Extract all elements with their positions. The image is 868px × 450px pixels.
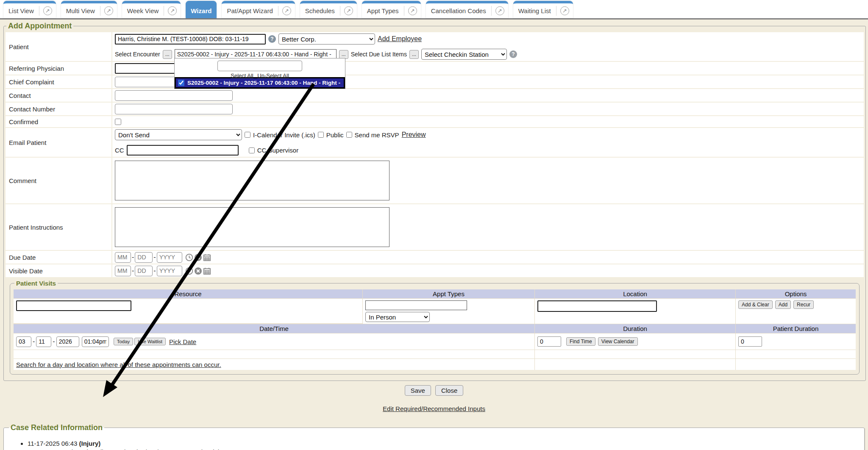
encounter-option-checkbox[interactable] [178,80,184,86]
tab-multi-view[interactable]: Multi View ↗ [61,1,117,18]
encounter-more-button[interactable]: ... [339,50,348,59]
patient-duration-input[interactable] [738,336,762,347]
contact-input[interactable] [115,90,233,101]
preview-link[interactable]: Preview [402,131,426,139]
duration-input[interactable] [537,336,561,347]
comment-textarea[interactable] [115,161,389,200]
case-related-info-section: Case Related Information 11-17-2025 06:4… [3,423,865,450]
contact-row: Contact [6,89,864,102]
tab-bar: List View ↗ Multi View ↗ Week View ↗ Wiz… [0,0,868,19]
patient-instructions-textarea[interactable] [115,207,389,247]
encounter-option-selected[interactable]: S2025-0002 - Injury - 2025-11-17 06:43:0… [175,77,345,89]
rsvp-label: Send me RSVP [355,131,399,139]
tab-wizard[interactable]: Wizard [186,1,217,18]
due-list-more-button[interactable]: ... [409,50,419,59]
tab-cancellation-codes[interactable]: Cancellation Codes ↗ [426,1,508,18]
checkin-help-icon[interactable]: ? [509,50,517,58]
open-new-window-icon[interactable]: ↗ [556,3,573,18]
appt-mode-select[interactable]: In Person [365,312,430,322]
unselect-all-link[interactable]: Un-Select All [257,72,289,79]
tab-schedules[interactable]: Schedules ↗ [300,1,357,18]
tab-waiting-list[interactable]: Waiting List ↗ [513,1,573,18]
add-button[interactable]: Add [775,300,791,309]
clear-date-icon[interactable] [194,253,202,261]
case-entry-type: (Injury) [79,440,101,447]
ical-invite-checkbox[interactable] [245,132,250,138]
edit-required-inputs-link[interactable]: Edit Required/Recommended Inputs [383,405,485,412]
view-calendar-button[interactable]: View Calendar [598,337,638,346]
visible-date-dd-input[interactable] [135,266,153,276]
section-title: Add Appointment [6,22,73,31]
encounter-filter-input[interactable] [217,61,302,71]
visit-day-input[interactable] [36,336,51,347]
resource-input[interactable] [16,300,131,311]
email-patient-row: Email Patient Don't Send I-Calendar Invi… [6,128,864,157]
open-new-window-icon[interactable]: ↗ [278,3,295,18]
add-employee-link[interactable]: Add Employee [378,35,422,43]
clock-icon[interactable] [185,253,193,261]
tab-list-view[interactable]: List View ↗ [3,1,56,18]
patient-label: Patient [6,32,111,61]
options-header: Options [736,289,856,298]
due-date-yyyy-input[interactable] [157,252,182,263]
cc-supervisor-checkbox[interactable] [249,147,255,153]
case-detail-item: Narrative Injury Illness: Abrasion/Cut/P… [54,448,860,450]
due-date-dd-input[interactable] [135,252,153,263]
use-waitlist-button[interactable]: Use Waitlist [134,338,166,345]
due-date-mm-input[interactable] [115,252,131,263]
select-all-link[interactable]: Select All [231,72,253,79]
resource-header: Resource [14,289,362,298]
clear-date-icon[interactable] [194,267,202,275]
location-input[interactable] [537,300,657,312]
patient-search-input[interactable] [115,34,266,44]
comment-label: Comment [6,158,111,203]
calendar-icon[interactable] [203,253,211,261]
email-send-select[interactable]: Don't Send [115,129,242,140]
close-button[interactable]: Close [435,385,463,396]
open-new-window-icon[interactable]: ↗ [404,3,421,18]
calendar-icon[interactable] [203,267,211,275]
visible-date-mm-input[interactable] [115,266,131,276]
open-new-window-icon[interactable]: ↗ [39,3,56,18]
recur-button[interactable]: Recur [793,300,814,309]
tab-week-view[interactable]: Week View ↗ [122,1,181,18]
checkin-station-select[interactable]: Select Checkin Station [421,49,507,60]
visit-time-input[interactable] [82,336,109,347]
comment-row: Comment [6,158,864,203]
date-separator: - [132,267,134,275]
tab-appt-types[interactable]: Appt Types ↗ [362,1,421,18]
contact-number-input[interactable] [115,104,233,114]
today-button[interactable]: Today [114,338,134,345]
visit-year-input[interactable] [56,336,79,347]
select-encounter-label: Select Encounter [115,51,160,58]
save-button[interactable]: Save [405,385,431,396]
patient-instructions-label: Patient Instructions [6,204,111,250]
case-related-info-title: Case Related Information [9,423,104,432]
add-clear-button[interactable]: Add & Clear [738,300,773,309]
ical-invite-label: I-Calendar Invite (.ics) [253,131,315,139]
employer-select[interactable]: Better Corp. [278,33,375,44]
rsvp-checkbox[interactable] [346,132,352,138]
open-new-window-icon[interactable]: ↗ [492,3,508,18]
patient-help-icon[interactable]: ? [268,35,276,43]
visible-date-row: Visible Date - - [6,264,864,277]
visible-date-yyyy-input[interactable] [157,266,182,276]
open-new-window-icon[interactable]: ↗ [100,3,117,18]
confirmed-checkbox[interactable] [115,119,121,125]
case-detail-list: Narrative Injury Illness: Abrasion/Cut/P… [54,448,860,450]
date-separator: - [132,253,134,261]
open-new-window-icon[interactable]: ↗ [340,3,357,18]
select-encounter-more-button[interactable]: ... [163,50,172,59]
appt-types-input[interactable] [365,300,467,310]
visit-month-input[interactable] [16,336,31,347]
form-actions: Save Close [0,385,868,396]
open-new-window-icon[interactable]: ↗ [164,3,181,18]
contact-label: Contact [6,89,111,102]
public-checkbox[interactable] [318,132,324,138]
cc-input[interactable] [127,145,239,156]
pick-date-link[interactable]: Pick Date [169,338,196,345]
clock-icon[interactable] [185,267,193,275]
search-day-location-link[interactable]: Search for a day and location where all … [16,361,221,368]
tab-pat-appt-wizard[interactable]: Pat/Appt Wizard ↗ [222,1,295,18]
find-time-button[interactable]: Find Time [566,337,595,346]
